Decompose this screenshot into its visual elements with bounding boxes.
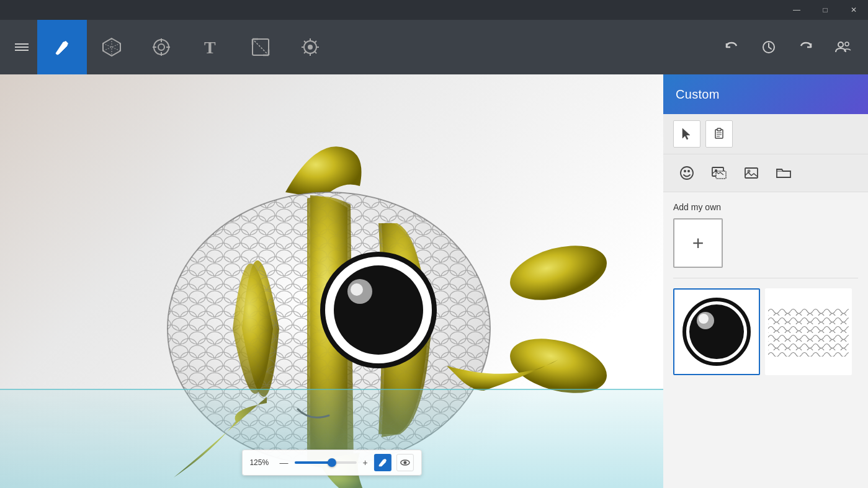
paste-icon <box>712 127 726 141</box>
tool-select[interactable] <box>136 20 186 74</box>
svg-point-46 <box>351 283 363 296</box>
history-icon <box>760 38 777 56</box>
image-overlay-icon <box>711 165 727 181</box>
svg-point-63 <box>689 304 744 359</box>
zoom-bar: 125% — + <box>241 450 421 476</box>
svg-point-65 <box>699 314 709 324</box>
svg-point-30 <box>845 42 849 46</box>
panel-image-overlay-button[interactable] <box>705 159 733 187</box>
panel-cursor-button[interactable] <box>673 120 700 148</box>
redo-button[interactable] <box>787 20 825 74</box>
panel-divider <box>673 278 858 278</box>
sticker-item-eye[interactable] <box>673 288 760 375</box>
svg-text:T: T <box>204 38 216 57</box>
svg-rect-50 <box>717 128 721 131</box>
zoom-slider-thumb[interactable] <box>327 458 336 467</box>
zoom-level-label: 125% <box>249 458 273 467</box>
svg-rect-66 <box>768 307 849 357</box>
panel-body: Add my own + <box>663 192 868 488</box>
tool-effect[interactable] <box>285 20 335 74</box>
select-icon <box>150 36 172 58</box>
svg-point-56 <box>687 170 690 172</box>
toolbar: T <box>0 20 868 74</box>
panel-folder-button[interactable] <box>770 159 797 187</box>
eye-icon <box>400 458 410 468</box>
brush-icon <box>51 36 73 58</box>
panel-sticker-button[interactable] <box>673 159 700 187</box>
panel-title: Custom <box>676 87 720 102</box>
sticker-grid <box>673 288 858 375</box>
maximize-button[interactable]: □ <box>811 0 839 20</box>
resize-icon <box>249 36 272 58</box>
panel-image-button[interactable] <box>738 159 765 187</box>
svg-point-48 <box>403 461 406 464</box>
scale-sticker-svg <box>768 307 849 357</box>
add-my-own-label: Add my own <box>673 202 858 212</box>
image-icon <box>743 165 759 181</box>
panel-paste-button[interactable] <box>705 120 733 148</box>
svg-point-36 <box>504 236 608 310</box>
eye-sticker-svg <box>679 295 754 369</box>
right-panel: Custom <box>663 74 868 488</box>
effect-icon <box>299 36 321 58</box>
minimize-button[interactable]: — <box>782 0 811 20</box>
cursor-icon <box>680 127 694 141</box>
svg-point-27 <box>308 45 313 50</box>
svg-point-29 <box>838 42 843 47</box>
history-button[interactable] <box>750 20 787 74</box>
zoom-out-button[interactable]: — <box>278 458 289 468</box>
zoom-slider-fill <box>294 461 331 464</box>
svg-point-6 <box>158 44 164 50</box>
svg-point-44 <box>334 265 423 355</box>
svg-point-55 <box>684 170 686 172</box>
panel-icons-row <box>663 154 868 192</box>
folder-icon <box>776 165 792 181</box>
svg-line-25 <box>315 41 316 43</box>
zoom-in-button[interactable]: + <box>361 458 369 468</box>
tool-text[interactable]: T <box>186 20 236 74</box>
tool-resize[interactable] <box>236 20 285 74</box>
close-button[interactable]: ✕ <box>839 0 868 20</box>
people-button[interactable] <box>825 20 862 74</box>
canvas-background <box>0 74 663 488</box>
add-my-own-button[interactable]: + <box>673 218 723 268</box>
svg-rect-58 <box>716 171 726 179</box>
zoom-pencil-button[interactable] <box>374 454 391 471</box>
canvas-area: 125% — + <box>0 74 663 488</box>
panel-toolbar <box>663 114 868 154</box>
undo-button[interactable] <box>713 20 750 74</box>
panel-header: Custom <box>663 74 868 114</box>
people-icon <box>834 38 852 56</box>
svg-line-24 <box>315 51 316 53</box>
3d-icon <box>101 36 123 58</box>
sticker-icon <box>679 165 695 181</box>
zoom-slider-track[interactable] <box>294 461 356 464</box>
titlebar: — □ ✕ <box>0 0 868 20</box>
hamburger-button[interactable] <box>6 20 37 74</box>
undo-icon <box>723 38 740 56</box>
redo-icon <box>797 38 815 56</box>
svg-line-17 <box>254 41 267 53</box>
svg-point-54 <box>681 167 693 179</box>
svg-line-23 <box>304 41 306 43</box>
sticker-item-pattern[interactable] <box>765 288 852 375</box>
tool-brush[interactable] <box>37 20 87 74</box>
zoom-eye-button[interactable] <box>396 454 414 471</box>
tool-3d[interactable] <box>87 20 136 74</box>
svg-line-26 <box>304 51 306 53</box>
text-icon: T <box>200 36 222 58</box>
pencil-icon <box>378 458 388 468</box>
